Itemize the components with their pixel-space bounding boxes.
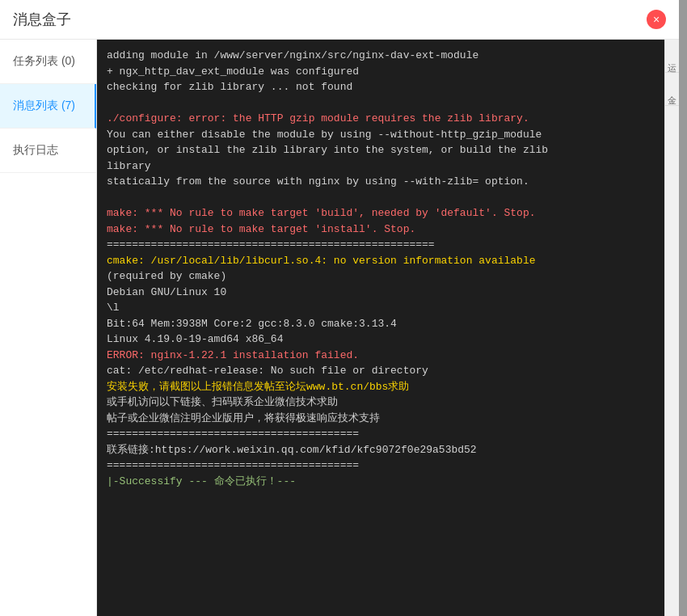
sidebar-item-task-list[interactable]: 任务列表 (0) [0,40,96,84]
dialog-header: 消息盒子 × [0,0,679,40]
dialog-title: 消息盒子 [13,10,71,29]
terminal-output[interactable]: adding module in /www/server/nginx/src/n… [97,40,664,616]
sidebar-item-exec-log[interactable]: 执行日志 [0,129,96,173]
right-sidebar-tab-2[interactable]: 金 [664,73,679,106]
sidebar-item-message-list[interactable]: 消息列表 (7) [0,84,96,129]
right-sidebar: 运 金 [664,40,679,616]
dialog-body: 任务列表 (0) 消息列表 (7) 执行日志 adding module in … [0,40,679,616]
close-button[interactable]: × [647,10,666,29]
right-sidebar-tab-1[interactable]: 运 [664,40,679,73]
main-content: adding module in /www/server/nginx/src/n… [97,40,664,616]
sidebar: 任务列表 (0) 消息列表 (7) 执行日志 [0,40,97,616]
dialog: 消息盒子 × 任务列表 (0) 消息列表 (7) 执行日志 adding mod… [0,0,679,616]
